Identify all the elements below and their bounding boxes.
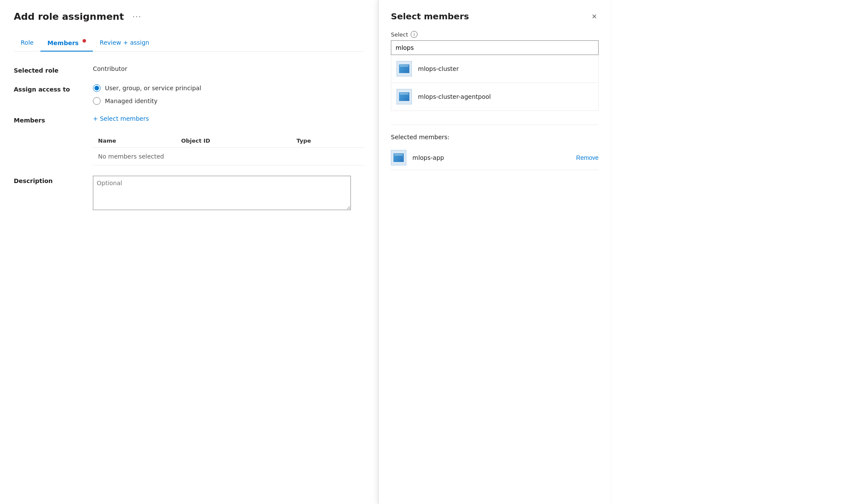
panel-title: Select members [391,11,469,21]
assign-access-row: Assign access to User, group, or service… [14,84,364,105]
tab-review[interactable]: Review + assign [93,35,156,52]
option-user-group[interactable]: User, group, or service principal [93,84,201,92]
more-options-button[interactable]: ··· [129,10,145,23]
close-button[interactable]: × [590,10,599,22]
select-label: Select i [391,31,599,38]
search-results: mlops-cluster mlops-cluster-agentpool [391,55,599,111]
members-table: Name Object ID Type No members selected [93,134,364,165]
assign-access-options: User, group, or service principal Manage… [93,84,201,105]
tab-members[interactable]: Members [40,35,93,52]
description-label: Description [14,176,83,184]
main-panel: Add role assignment ··· Role Members Rev… [0,0,378,504]
divider [391,125,599,125]
selected-role-label: Selected role [14,65,83,74]
result-item-1[interactable]: mlops-cluster-agentpool [391,83,598,110]
members-dot [83,39,86,43]
info-icon: i [411,31,418,38]
description-textarea[interactable] [93,176,351,210]
option-managed-identity[interactable]: Managed identity [93,97,201,105]
col-object-id: Object ID [176,134,291,148]
tab-role[interactable]: Role [14,35,40,52]
select-members-link[interactable]: + Select members [93,115,149,122]
result-icon-1 [396,89,412,104]
result-icon-0 [396,61,412,76]
panel-header: Select members × [391,10,599,22]
right-panel: Select members × Select i mlops-cluster … [378,0,611,504]
result-name-1: mlops-cluster-agentpool [418,93,491,100]
search-input[interactable] [391,40,599,55]
remove-button-0[interactable]: Remove [576,154,599,161]
radio-user-group[interactable] [93,84,101,92]
selected-member-icon-0 [391,150,406,165]
selected-role-row: Selected role Contributor [14,65,364,74]
selected-role-value: Contributor [93,65,127,72]
no-members-text: No members selected [93,147,364,165]
col-type: Type [292,134,364,148]
col-name: Name [93,134,176,148]
selected-members-section-label: Selected members: [391,134,599,141]
result-name-0: mlops-cluster [418,65,459,72]
description-row: Description [14,176,364,210]
assign-access-label: Assign access to [14,84,83,93]
members-row: Members + Select members [14,115,364,124]
radio-managed-identity[interactable] [93,97,101,105]
selected-member-name-0: mlops-app [412,154,570,161]
selected-member-row-0: mlops-app Remove [391,146,599,170]
result-item-0[interactable]: mlops-cluster [391,55,598,83]
members-label: Members [14,115,83,124]
tabs-nav: Role Members Review + assign [14,35,364,52]
page-title: Add role assignment [14,11,124,22]
no-members-row: No members selected [93,147,364,165]
